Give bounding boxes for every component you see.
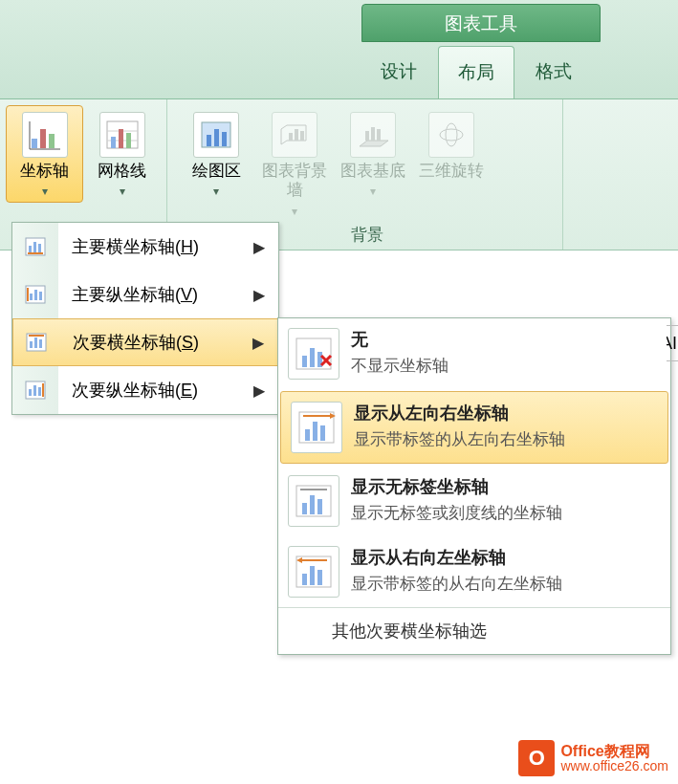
- primary-horizontal-axis-item[interactable]: 主要横坐标轴(H) ▶: [12, 223, 278, 271]
- axis-h-icon: [12, 223, 58, 271]
- svg-rect-73: [317, 570, 322, 585]
- svg-rect-62: [320, 425, 325, 441]
- menu-item-label: 次要纵坐标轴(E): [58, 379, 253, 402]
- secondary-horizontal-axis-submenu: 无 不显示坐标轴 显示从左向右坐标轴 显示带标签的从左向右坐标轴 显示无标签坐标…: [277, 317, 671, 655]
- chartwall-button: 图表背景墙 ▾: [255, 105, 334, 223]
- watermark-title: Office教程网: [560, 743, 668, 760]
- svg-rect-12: [207, 135, 211, 146]
- chart-tools-title: 图表工具: [361, 4, 601, 42]
- gridlines-button[interactable]: 网格线 ▾: [83, 105, 161, 203]
- axis-ltr-item[interactable]: 显示从左向右坐标轴 显示带标签的从左向右坐标轴: [280, 391, 668, 464]
- watermark-url: www.office26.com: [560, 759, 668, 773]
- axis-sh-icon: [13, 319, 59, 365]
- axis-sv-icon: [12, 366, 58, 414]
- primary-vertical-axis-item[interactable]: 主要纵坐标轴(V) ▶: [12, 271, 278, 318]
- gridlines-label: 网格线: [86, 162, 158, 181]
- chartfloor-icon: [350, 112, 396, 158]
- plotarea-label: 绘图区: [180, 162, 252, 181]
- submenu-arrow-icon: ▶: [253, 238, 278, 256]
- svg-point-22: [446, 123, 457, 146]
- svg-rect-48: [29, 389, 32, 396]
- svg-rect-20: [377, 129, 381, 141]
- axes-label: 坐标轴: [9, 162, 80, 181]
- svg-point-21: [440, 129, 463, 141]
- svg-rect-66: [310, 495, 315, 514]
- option-desc: 不显示坐标轴: [351, 355, 661, 378]
- svg-rect-52: [302, 356, 307, 367]
- axis-ltr-icon: [291, 402, 342, 453]
- svg-rect-43: [30, 341, 33, 348]
- axis-rtl-item[interactable]: 显示从右向左坐标轴 显示带标签的从右向左坐标轴: [278, 536, 670, 607]
- svg-rect-60: [305, 429, 310, 441]
- option-title: 显示从左向右坐标轴: [354, 402, 658, 425]
- svg-rect-13: [214, 129, 219, 146]
- dropdown-arrow-icon: ▾: [337, 185, 409, 198]
- svg-rect-35: [38, 244, 41, 252]
- svg-rect-10: [126, 133, 131, 148]
- axes-icon: [22, 112, 68, 158]
- menu-item-label: 次要横坐标轴(S): [59, 331, 252, 354]
- svg-rect-0: [32, 139, 37, 148]
- tab-format[interactable]: 格式: [516, 46, 591, 98]
- axes-button[interactable]: 坐标轴 ▾: [6, 105, 83, 203]
- tab-layout[interactable]: 布局: [438, 46, 514, 98]
- rotation3d-button: 三维旋转: [412, 105, 491, 223]
- axis-none-item[interactable]: 无 不显示坐标轴: [278, 318, 670, 389]
- svg-rect-72: [310, 566, 315, 585]
- svg-rect-53: [310, 348, 315, 367]
- dropdown-arrow-icon: ▾: [86, 185, 158, 198]
- axis-nolabel-item[interactable]: 显示无标签坐标轴 显示无标签或刻度线的坐标轴: [278, 466, 670, 536]
- menu-item-label: 主要纵坐标轴(V): [58, 283, 253, 306]
- contextual-tab-strip: 图表工具 设计 布局 格式: [0, 0, 678, 99]
- axis-rtl-icon: [288, 546, 339, 598]
- option-desc: 显示带标签的从左向右坐标轴: [354, 428, 658, 451]
- submenu-arrow-icon: ▶: [253, 381, 278, 400]
- rotation3d-icon: [428, 112, 474, 158]
- svg-rect-15: [289, 133, 293, 141]
- svg-rect-18: [365, 131, 369, 141]
- svg-rect-45: [39, 339, 42, 348]
- svg-rect-65: [302, 503, 307, 514]
- option-title: 显示无标签坐标轴: [351, 475, 661, 498]
- svg-rect-17: [300, 131, 304, 141]
- svg-rect-33: [29, 246, 32, 252]
- more-axis-options-item[interactable]: 其他次要横坐标轴选: [278, 607, 670, 654]
- rotation3d-label: 三维旋转: [415, 162, 488, 181]
- svg-rect-34: [33, 242, 36, 252]
- svg-rect-8: [111, 137, 116, 148]
- option-desc: 显示带标签的从右向左坐标轴: [351, 573, 661, 596]
- dropdown-arrow-icon: ▾: [258, 205, 331, 218]
- chartwall-label: 图表背景墙: [258, 162, 331, 201]
- svg-rect-19: [371, 127, 375, 141]
- svg-rect-61: [313, 422, 317, 441]
- worksheet-cell-fragment: AI: [667, 325, 678, 361]
- watermark: O Office教程网 www.office26.com: [518, 740, 668, 776]
- option-title: 无: [351, 328, 661, 351]
- svg-rect-2: [49, 134, 55, 148]
- dropdown-arrow-icon: ▾: [9, 185, 80, 198]
- axis-none-icon: [288, 328, 339, 380]
- svg-rect-16: [295, 129, 298, 141]
- plotarea-button[interactable]: 绘图区 ▾: [177, 105, 255, 223]
- menu-item-label: 主要横坐标轴(H): [58, 235, 253, 258]
- secondary-vertical-axis-item[interactable]: 次要纵坐标轴(E) ▶: [12, 366, 278, 414]
- axis-nolabel-icon: [288, 475, 339, 527]
- svg-rect-1: [40, 129, 46, 148]
- watermark-badge-icon: O: [518, 740, 555, 776]
- svg-rect-40: [39, 292, 42, 300]
- submenu-arrow-icon: ▶: [253, 286, 278, 304]
- axis-v-icon: [12, 271, 58, 318]
- svg-rect-39: [34, 290, 37, 300]
- svg-rect-71: [302, 574, 307, 585]
- chart-tools-tabs: 设计 布局 格式: [361, 46, 591, 98]
- svg-rect-50: [38, 387, 41, 396]
- svg-rect-14: [222, 132, 227, 146]
- plotarea-icon: [193, 112, 239, 158]
- option-desc: 显示无标签或刻度线的坐标轴: [351, 502, 661, 525]
- tab-design[interactable]: 设计: [361, 46, 436, 98]
- chartfloor-label: 图表基底: [337, 162, 409, 181]
- chartfloor-button: 图表基底 ▾: [334, 105, 412, 223]
- gridlines-icon: [99, 112, 145, 158]
- dropdown-arrow-icon: ▾: [180, 185, 252, 198]
- secondary-horizontal-axis-item[interactable]: 次要横坐标轴(S) ▶: [12, 318, 278, 366]
